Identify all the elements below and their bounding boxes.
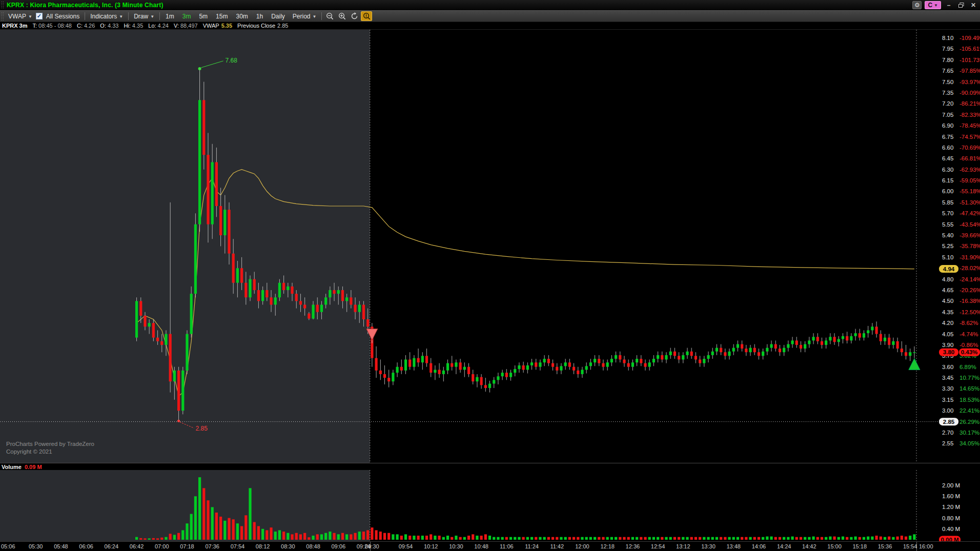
price-axis-percent: -24.14% xyxy=(959,276,980,282)
timeframe-30m[interactable]: 30m xyxy=(232,13,252,20)
restore-button[interactable] xyxy=(956,1,966,9)
volume-bar xyxy=(825,537,827,540)
time-axis-label: 08:12 xyxy=(256,543,270,549)
volume-bar xyxy=(324,533,327,540)
candle-body xyxy=(615,355,617,359)
magnifier-pin-icon xyxy=(363,12,371,20)
window-titlebar[interactable]: KPRX : Kiora Pharmaceuticals, Inc. (3 Mi… xyxy=(0,0,980,10)
timeframe-daily[interactable]: Daily xyxy=(267,13,289,20)
volume-bar xyxy=(455,536,457,540)
toolbar-drag-handle-icon[interactable] xyxy=(1,12,5,21)
price-axis-percent: -20.26% xyxy=(959,287,980,293)
price-axis-label: 3.30 xyxy=(942,385,953,392)
volume-chart[interactable]: 2.00 M1.60 M1.20 M0.80 M0.40 M0.00 M xyxy=(0,470,980,541)
price-chart[interactable]: ProCharts Powered by TradeZeroCopyright … xyxy=(0,30,980,463)
volume-bar xyxy=(211,507,214,540)
volume-bar xyxy=(552,537,554,540)
volume-bar xyxy=(690,537,693,540)
candle-body xyxy=(232,254,235,283)
status-prev-close-value: 2.85 xyxy=(277,23,288,29)
candle-body xyxy=(619,355,621,360)
minimize-button[interactable]: – xyxy=(944,1,953,9)
close-button[interactable]: ✕ xyxy=(969,1,978,9)
volume-bar xyxy=(627,537,630,540)
candle-body xyxy=(556,367,558,371)
time-axis[interactable]: 05:0605:3005:4806:0606:2406:4207:0007:18… xyxy=(0,541,980,551)
timeframe-3m[interactable]: 3m xyxy=(178,13,195,20)
price-axis-percent: -43.54% xyxy=(959,221,980,228)
volume-bar xyxy=(362,532,365,540)
candle-body xyxy=(854,333,856,336)
volume-bar xyxy=(560,537,562,540)
candle-body xyxy=(152,323,155,338)
price-axis-label: 4.05 xyxy=(942,331,953,337)
auto-scale-tool-button[interactable] xyxy=(361,11,372,21)
candle-body xyxy=(194,225,197,294)
minimize-icon: – xyxy=(947,2,951,9)
price-axis-label: 8.10 xyxy=(942,35,953,41)
volume-bar xyxy=(354,533,356,540)
candle-body xyxy=(665,355,667,360)
reset-zoom-button[interactable] xyxy=(349,11,360,21)
vwap-price-badge: 4.94 xyxy=(939,265,958,273)
candle-body xyxy=(202,100,205,155)
status-symbol: KPRX 3m xyxy=(2,23,28,29)
volume-bar xyxy=(787,537,789,540)
vwap-dropdown[interactable]: VWAP ▼ xyxy=(5,13,36,20)
timeframe-5m[interactable]: 5m xyxy=(195,13,212,20)
volume-bar xyxy=(610,537,613,540)
all-sessions-toggle[interactable]: All Sessions xyxy=(43,13,83,20)
chart-link-group-button[interactable]: C ▼ xyxy=(925,1,941,9)
status-open: O: 4.33 xyxy=(100,23,118,29)
zoom-out-button[interactable] xyxy=(324,11,335,21)
zoom-in-button[interactable] xyxy=(336,11,348,21)
candle-body xyxy=(287,287,289,290)
volume-bar xyxy=(699,537,701,540)
candle-body xyxy=(724,352,726,356)
status-value: 88,497 xyxy=(180,23,198,29)
volume-bar xyxy=(438,536,440,540)
volume-bar xyxy=(387,533,390,540)
volume-bar xyxy=(623,537,625,540)
status-high: Hi: 4.35 xyxy=(124,23,143,29)
candle-body xyxy=(875,326,877,334)
drag-handle-icon[interactable] xyxy=(1,1,5,9)
timeframe-15m[interactable]: 15m xyxy=(212,13,232,20)
candle-body xyxy=(480,377,483,385)
period-dropdown[interactable]: Period ▼ xyxy=(289,13,320,20)
candle-body xyxy=(821,341,823,345)
volume-bar xyxy=(228,518,230,540)
svg-text:Copyright © 2021: Copyright © 2021 xyxy=(6,448,52,455)
candle-body xyxy=(190,294,193,334)
volume-bar xyxy=(875,536,877,540)
timeframe-1m[interactable]: 1m xyxy=(161,13,178,20)
volume-bar xyxy=(522,537,525,540)
all-sessions-checkbox[interactable]: ✓ xyxy=(36,13,43,19)
candle-body xyxy=(863,333,865,338)
price-axis-percent: -16.38% xyxy=(959,298,980,304)
volume-bar xyxy=(716,537,718,540)
candle-body xyxy=(539,362,541,367)
candle-body xyxy=(358,304,361,312)
volume-axis-label: 1.20 M xyxy=(942,504,960,510)
candle-body xyxy=(741,344,743,349)
settings-button[interactable]: ⚙ xyxy=(912,1,922,9)
toolbar-separator xyxy=(159,12,160,20)
candle-body xyxy=(413,358,415,367)
candle-body xyxy=(430,363,432,373)
candle-body xyxy=(568,362,571,367)
volume-bar xyxy=(341,533,344,540)
volume-bar xyxy=(244,515,247,540)
price-axis-percent: -55.18% xyxy=(959,188,980,194)
candle-body xyxy=(261,290,264,301)
price-axis-percent: -93.97% xyxy=(959,79,980,85)
previous-close-badge: 2.85 xyxy=(939,418,958,425)
indicators-dropdown[interactable]: Indicators ▼ xyxy=(87,13,127,20)
draw-dropdown[interactable]: Draw ▼ xyxy=(130,13,158,20)
volume-bar xyxy=(640,537,642,540)
candle-body xyxy=(598,359,600,363)
candle-body xyxy=(484,385,487,388)
timeframe-1h[interactable]: 1h xyxy=(252,13,267,20)
price-axis-label: 3.45 xyxy=(942,375,953,381)
time-axis-label: 07:00 xyxy=(155,543,169,549)
